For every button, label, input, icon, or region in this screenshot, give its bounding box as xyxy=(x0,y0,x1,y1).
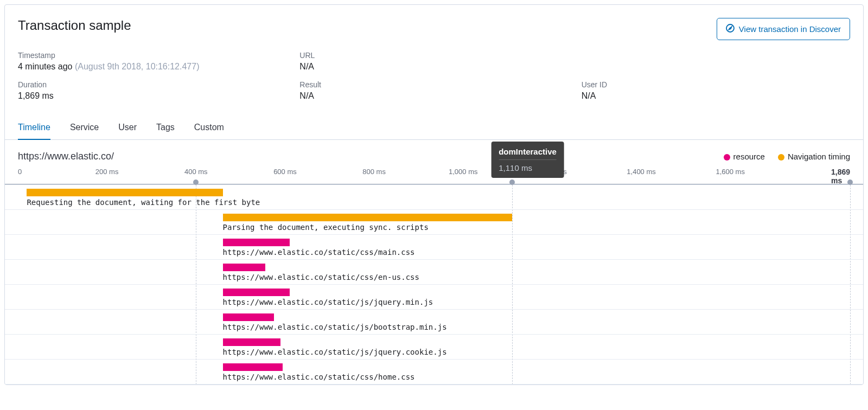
meta-value-userid: N/A xyxy=(582,91,850,101)
meta-value-timestamp-detail: (August 9th 2018, 10:16:12.477) xyxy=(75,62,200,71)
waterfall-row[interactable]: https://www.elastic.co/static/css/main.c… xyxy=(5,235,863,260)
meta-label-timestamp: Timestamp xyxy=(18,51,286,60)
span-label: https://www.elastic.co/static/css/en-us.… xyxy=(223,273,419,281)
span-bar[interactable] xyxy=(223,264,265,271)
span-bar[interactable] xyxy=(223,363,283,371)
meta-label-result: Result xyxy=(299,80,568,89)
axis-tick: 1,400 ms xyxy=(627,168,655,176)
tabs: Timeline Service User Tags Custom xyxy=(5,116,863,140)
span-label: Parsing the document, executing sync. sc… xyxy=(223,223,429,232)
discover-button-label: View transaction in Discover xyxy=(739,24,841,34)
span-label: https://www.elastic.co/static/js/bootstr… xyxy=(223,323,447,331)
view-in-discover-button[interactable]: View transaction in Discover xyxy=(717,18,850,40)
span-label: https://www.elastic.co/static/css/main.c… xyxy=(223,248,415,257)
span-label: https://www.elastic.co/static/css/home.c… xyxy=(223,373,415,381)
meta-label-url: URL xyxy=(299,51,568,60)
timeline-legend: resource Navigation timing xyxy=(724,152,850,161)
axis-tick: 400 ms xyxy=(184,168,208,176)
tab-custom[interactable]: Custom xyxy=(194,116,224,139)
page-title: Transaction sample xyxy=(18,18,131,33)
tab-tags[interactable]: Tags xyxy=(156,116,175,139)
meta-label-userid: User ID xyxy=(582,80,850,89)
waterfall-row[interactable]: https://www.elastic.co/static/js/jquery.… xyxy=(5,285,863,310)
tab-user[interactable]: User xyxy=(118,116,137,139)
timeline-title: https://www.elastic.co/ xyxy=(18,151,114,162)
meta-value-timestamp: 4 minutes ago xyxy=(18,62,73,71)
waterfall-row[interactable]: https://www.elastic.co/static/js/bootstr… xyxy=(5,310,863,335)
legend-resource: resource xyxy=(733,152,765,161)
axis-tick: 600 ms xyxy=(273,168,297,176)
span-bar[interactable] xyxy=(223,239,290,246)
span-bar[interactable] xyxy=(223,338,281,346)
waterfall-row[interactable]: Parsing the document, executing sync. sc… xyxy=(5,210,863,235)
waterfall-row[interactable]: https://www.elastic.co/static/css/en-us.… xyxy=(5,260,863,285)
span-bar[interactable] xyxy=(27,189,222,196)
span-bar[interactable] xyxy=(223,289,290,296)
meta-label-duration: Duration xyxy=(18,80,286,89)
timeline-axis: 0200 ms400 ms600 ms800 ms1,000 ms1,200 m… xyxy=(18,168,850,178)
span-label: https://www.elastic.co/static/js/jquery.… xyxy=(223,298,433,306)
marker-tooltip: domInteractive 1,110 ms xyxy=(491,142,564,178)
legend-dot-resource-icon xyxy=(724,154,730,161)
tab-service[interactable]: Service xyxy=(70,116,99,139)
meta-value-url: N/A xyxy=(299,62,568,72)
meta-value-duration: 1,869 ms xyxy=(18,91,286,101)
compass-icon xyxy=(726,24,735,34)
tooltip-value: 1,110 ms xyxy=(499,163,557,172)
span-label: Requesting the document, waiting for the… xyxy=(27,198,260,207)
meta-value-result: N/A xyxy=(299,91,568,101)
span-bar[interactable] xyxy=(223,214,512,221)
meta-grid: Timestamp 4 minutes ago (August 9th 2018… xyxy=(18,51,850,110)
waterfall-row[interactable]: https://www.elastic.co/static/css/home.c… xyxy=(5,360,863,385)
axis-tick: 0 xyxy=(18,168,22,176)
span-label: https://www.elastic.co/static/js/jquery.… xyxy=(223,348,447,356)
axis-tick: 1,600 ms xyxy=(716,168,744,176)
legend-navigation: Navigation timing xyxy=(788,152,850,161)
waterfall-rows: Requesting the document, waiting for the… xyxy=(5,185,863,385)
transaction-sample-panel: Transaction sample View transaction in D… xyxy=(4,4,864,385)
tab-timeline[interactable]: Timeline xyxy=(18,116,50,140)
axis-tick: 1,000 ms xyxy=(449,168,477,176)
span-bar[interactable] xyxy=(223,313,274,321)
axis-tick: 800 ms xyxy=(362,168,386,176)
axis-end-label: 1,869 ms xyxy=(831,168,850,185)
waterfall-row[interactable]: Requesting the document, waiting for the… xyxy=(5,185,863,210)
waterfall-row[interactable]: https://www.elastic.co/static/js/jquery.… xyxy=(5,335,863,360)
axis-tick: 200 ms xyxy=(95,168,119,176)
legend-dot-navigation-icon xyxy=(778,154,784,161)
tooltip-title: domInteractive xyxy=(499,147,557,160)
